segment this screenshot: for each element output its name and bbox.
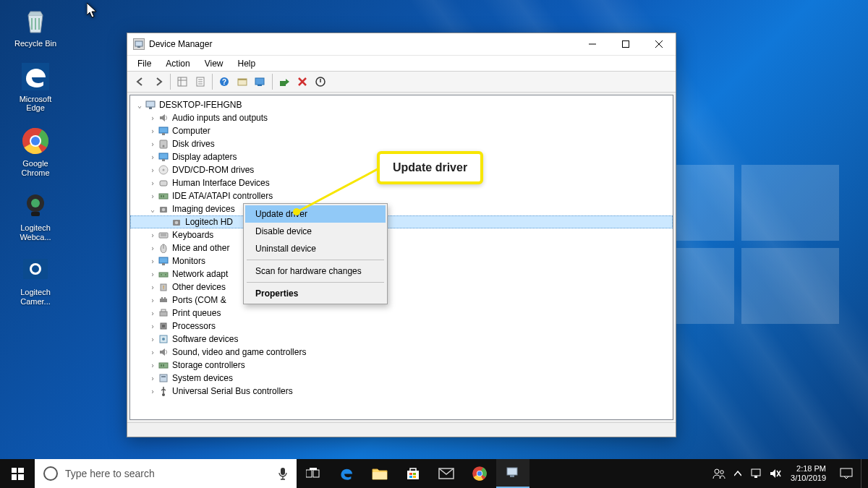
taskbar-device-manager[interactable] bbox=[496, 459, 529, 488]
tree-category[interactable]: ›Processors bbox=[130, 320, 673, 333]
expander-icon[interactable]: › bbox=[148, 153, 158, 161]
desktop-icon-microsoft-edge[interactable]: Microsoft Edge bbox=[9, 61, 62, 113]
expander-icon[interactable]: › bbox=[148, 348, 158, 356]
cpu-icon bbox=[158, 320, 169, 332]
menu-file[interactable]: File bbox=[132, 57, 157, 70]
menu-view[interactable]: View bbox=[199, 57, 229, 70]
minimize-button[interactable] bbox=[576, 33, 609, 55]
taskbar-chrome[interactable] bbox=[463, 459, 496, 488]
taskbar-edge[interactable] bbox=[330, 459, 363, 488]
tree-category[interactable]: ›Computer bbox=[130, 124, 673, 137]
tree-category[interactable]: ›Universal Serial Bus controllers bbox=[130, 385, 673, 398]
tree-category[interactable]: ›Ports (COM & bbox=[130, 294, 673, 307]
toolbar-disable-button[interactable] bbox=[312, 73, 329, 90]
context-menu-item[interactable]: Update driver bbox=[245, 205, 386, 223]
taskbar-pinned bbox=[297, 459, 529, 488]
maximize-button[interactable] bbox=[609, 33, 642, 55]
tree-category[interactable]: ›Monitors bbox=[130, 254, 673, 267]
expander-icon[interactable]: › bbox=[148, 257, 158, 265]
expander-icon[interactable]: › bbox=[148, 231, 158, 239]
toolbar-update-driver-button[interactable] bbox=[276, 73, 293, 90]
expander-icon[interactable]: › bbox=[148, 296, 158, 304]
tree-category[interactable]: ›Disk drives bbox=[130, 137, 673, 150]
expander-icon[interactable]: › bbox=[148, 127, 158, 135]
tree-category[interactable]: ›!Other devices bbox=[130, 281, 673, 294]
desktop-icon-logitech-webcam[interactable]: Logitech Webca... bbox=[9, 190, 62, 241]
expander-icon[interactable]: › bbox=[148, 140, 158, 148]
taskbar-clock[interactable]: 2:18 PM 3/10/2019 bbox=[785, 464, 832, 482]
desktop-icon-logitech-camera[interactable]: Logitech Camer... bbox=[9, 254, 62, 306]
taskbar-store[interactable] bbox=[396, 459, 430, 488]
expander-icon[interactable]: › bbox=[148, 114, 158, 122]
tree-category[interactable]: ›Mice and other bbox=[130, 241, 673, 254]
titlebar[interactable]: Device Manager bbox=[127, 33, 676, 55]
svg-rect-63 bbox=[164, 297, 166, 299]
tree-category[interactable]: ›Print queues bbox=[130, 307, 673, 320]
taskbar: Type here to search bbox=[0, 459, 868, 488]
expander-icon[interactable]: › bbox=[148, 322, 158, 330]
tray-overflow[interactable] bbox=[728, 459, 747, 488]
tree-device[interactable]: Logitech HD bbox=[130, 215, 673, 228]
callout-label: Update driver bbox=[377, 151, 483, 184]
toolbar-action-button[interactable] bbox=[234, 73, 251, 90]
microphone-icon[interactable] bbox=[278, 467, 288, 480]
close-button[interactable] bbox=[642, 33, 676, 55]
desktop-icon-recycle-bin[interactable]: Recycle Bin bbox=[9, 6, 62, 48]
expander-icon[interactable]: › bbox=[148, 192, 158, 200]
menu-help[interactable]: Help bbox=[232, 57, 262, 70]
action-center-button[interactable] bbox=[832, 459, 861, 488]
show-desktop-button[interactable] bbox=[861, 459, 865, 488]
tray-network-icon[interactable] bbox=[747, 459, 766, 488]
toolbar-uninstall-button[interactable] bbox=[294, 73, 311, 90]
context-menu-item[interactable]: Scan for hardware changes bbox=[245, 262, 386, 280]
toolbar-properties-button[interactable] bbox=[192, 73, 209, 90]
camera-icon bbox=[158, 203, 169, 215]
tree-category[interactable]: ›Software devices bbox=[130, 333, 673, 346]
tree-category[interactable]: ›Sound, video and game controllers bbox=[130, 346, 673, 359]
expander-icon[interactable]: › bbox=[148, 335, 158, 343]
svg-rect-29 bbox=[280, 81, 286, 86]
tree-category[interactable]: ⌄Imaging devices bbox=[130, 202, 673, 215]
desktop-icon-google-chrome[interactable]: Google Chrome bbox=[9, 126, 62, 177]
toolbar-back-button[interactable] bbox=[132, 73, 149, 90]
webcam-icon bbox=[20, 190, 51, 221]
expander-icon[interactable]: › bbox=[148, 283, 158, 291]
expander-icon[interactable]: ⌄ bbox=[148, 205, 158, 213]
expander-icon[interactable]: › bbox=[148, 166, 158, 174]
expander-icon[interactable]: › bbox=[148, 374, 158, 382]
taskbar-search[interactable]: Type here to search bbox=[35, 459, 297, 488]
taskbar-mail[interactable] bbox=[430, 459, 463, 488]
tray-volume-icon[interactable] bbox=[766, 459, 785, 488]
expander-icon[interactable]: › bbox=[148, 388, 158, 395]
svg-rect-95 bbox=[754, 476, 757, 478]
tree-category[interactable]: ›Keyboards bbox=[130, 228, 673, 241]
toolbar-help-button[interactable]: ? bbox=[216, 73, 233, 90]
tree-category[interactable]: ›Network adapt bbox=[130, 267, 673, 281]
menu-action[interactable]: Action bbox=[160, 57, 195, 70]
expander-icon[interactable]: › bbox=[148, 244, 158, 252]
tree-category[interactable]: ›System devices bbox=[130, 372, 673, 385]
tree-category[interactable]: ›Audio inputs and outputs bbox=[130, 111, 673, 124]
tray-people[interactable] bbox=[710, 459, 728, 488]
toolbar-show-hidden-button[interactable] bbox=[174, 73, 191, 90]
taskbar-file-explorer[interactable] bbox=[363, 459, 396, 488]
context-menu-item[interactable]: Uninstall device bbox=[245, 240, 386, 257]
start-button[interactable] bbox=[0, 459, 35, 488]
toolbar-forward-button[interactable] bbox=[150, 73, 167, 90]
expander-icon[interactable]: › bbox=[148, 309, 158, 317]
svg-rect-31 bbox=[146, 101, 155, 107]
tree-root[interactable]: ⌄DESKTOP-IFEHGNB bbox=[130, 98, 673, 111]
app-icon bbox=[133, 38, 145, 50]
task-view-button[interactable] bbox=[297, 459, 330, 488]
device-tree[interactable]: ⌄DESKTOP-IFEHGNB›Audio inputs and output… bbox=[129, 95, 673, 420]
edge-icon bbox=[20, 61, 51, 92]
tree-category[interactable]: ›Storage controllers bbox=[130, 359, 673, 372]
toolbar-scan-button[interactable] bbox=[252, 73, 269, 90]
keyboard-icon bbox=[158, 229, 169, 241]
tree-category[interactable]: ›IDE ATA/ATAPI controllers bbox=[130, 189, 673, 202]
expander-icon[interactable]: › bbox=[148, 270, 158, 278]
context-menu-item[interactable]: Disable device bbox=[245, 223, 386, 240]
expander-icon[interactable]: › bbox=[148, 179, 158, 187]
expander-icon[interactable]: › bbox=[148, 361, 158, 369]
context-menu-item[interactable]: Properties bbox=[245, 285, 386, 302]
